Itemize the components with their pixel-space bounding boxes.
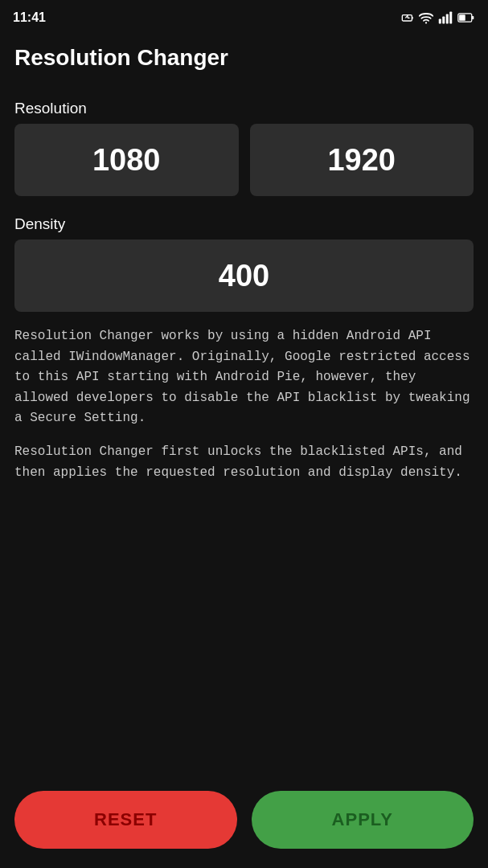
resolution-row [14,124,474,196]
button-row: RESET APPLY [0,783,488,868]
resolution-width-input[interactable] [14,124,239,196]
svg-rect-6 [439,19,441,24]
density-input-wrapper [14,240,474,312]
density-section: Density [14,207,474,326]
description-paragraph-2: Resolution Changer first unlocks the bla… [14,442,474,483]
resolution-height-input[interactable] [250,124,474,196]
svg-rect-12 [472,16,474,19]
status-icons [401,11,475,24]
apply-button[interactable]: APPLY [252,791,474,849]
description-paragraph-1: Resolution Changer works by using a hidd… [14,326,474,429]
resolution-section: Resolution [14,92,474,207]
svg-rect-9 [449,12,452,24]
reset-button[interactable]: RESET [14,791,237,849]
battery-icon [457,11,475,24]
svg-rect-7 [442,17,445,24]
signal-icon [438,11,453,24]
resolution-label: Resolution [14,100,474,117]
density-input[interactable] [14,259,474,293]
battery-saving-icon [401,11,414,24]
density-label: Density [14,215,474,233]
wifi-icon [419,11,433,24]
svg-point-5 [425,22,427,23]
main-content: Resolution Density Resolution Changer wo… [0,84,488,783]
app-title: Resolution Changer [14,45,474,71]
svg-rect-1 [412,17,412,19]
app-toolbar: Resolution Changer [0,35,488,84]
status-time: 11:41 [13,10,46,25]
svg-rect-11 [459,14,465,21]
status-bar: 11:41 [0,0,488,35]
svg-rect-8 [446,14,449,24]
